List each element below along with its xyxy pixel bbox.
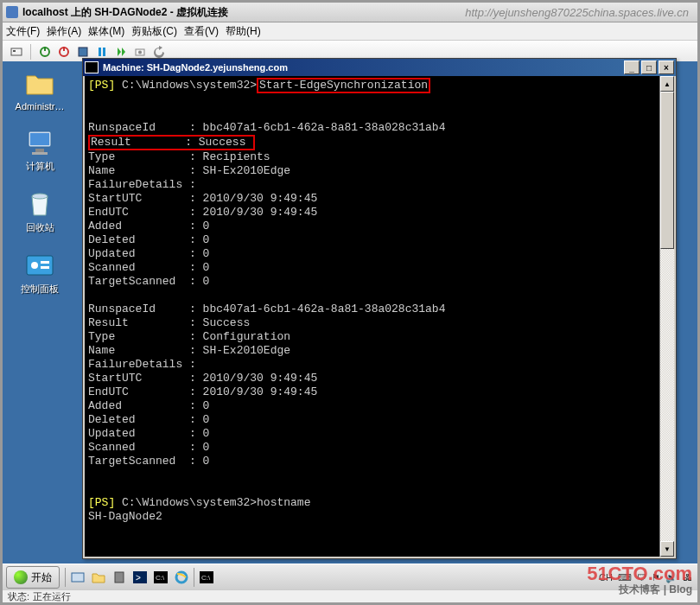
taskbar-separator [194, 568, 194, 587]
svg-rect-14 [30, 133, 49, 145]
maximize-button[interactable]: □ [641, 60, 657, 74]
guest-desktop[interactable]: Administr… 计算机 回收站 控制面板 Machine: SH-DagN… [3, 61, 697, 564]
svg-rect-16 [32, 152, 48, 155]
console-output: [PS] C:\Windows\system32>Start-EdgeSynch… [85, 76, 674, 525]
powershell-window[interactable]: Machine: SH-DagNode2.yejunsheng.com _ □ … [82, 58, 677, 559]
svg-point-12 [138, 51, 142, 54]
menu-file[interactable]: 文件(F) [6, 24, 40, 39]
menu-action[interactable]: 操作(A) [47, 24, 81, 39]
svg-marker-10 [122, 48, 125, 56]
quicklaunch-desktop-icon[interactable] [68, 568, 87, 587]
taskbar-separator [65, 568, 66, 587]
watermark-url: http://yejunsheng870225china.spaces.live… [465, 6, 689, 19]
svg-rect-1 [13, 50, 16, 52]
status-value: 正在运行 [33, 590, 71, 603]
quicklaunch-ie-icon[interactable] [172, 568, 191, 587]
svg-text:C:\: C:\ [201, 574, 211, 582]
console-body[interactable]: [PS] C:\Windows\system32>Start-EdgeSynch… [85, 76, 674, 557]
quicklaunch-powershell-icon[interactable]: > [130, 568, 150, 587]
powershell-title: Machine: SH-DagNode2.yejunsheng.com [103, 62, 624, 73]
vertical-scrollbar[interactable]: ▲ ▼ [659, 76, 674, 557]
quicklaunch-explorer-icon[interactable] [89, 568, 108, 587]
toolbar-shutdown-icon[interactable] [55, 43, 73, 60]
svg-rect-6 [79, 48, 87, 56]
menu-help[interactable]: 帮助(H) [226, 24, 261, 39]
svg-rect-22 [72, 573, 84, 582]
vm-title: localhost 上的 SH-DAGNode2 - 虚拟机连接 [22, 5, 228, 20]
svg-rect-0 [11, 48, 22, 55]
svg-rect-21 [41, 266, 49, 269]
watermark-logo: 51CTO.com 技术博客 | Blog [587, 566, 692, 597]
svg-point-19 [31, 262, 38, 269]
scroll-down-button[interactable]: ▼ [660, 541, 674, 557]
status-label: 状态: [8, 590, 29, 603]
svg-rect-7 [99, 48, 101, 56]
svg-text:C:\: C:\ [156, 574, 165, 582]
svg-text:>: > [136, 573, 141, 583]
desktop-icon-label: 计算机 [26, 160, 54, 173]
powershell-titlebar[interactable]: Machine: SH-DagNode2.yejunsheng.com _ □ … [83, 59, 676, 76]
svg-rect-15 [35, 149, 44, 152]
console-icon [85, 61, 99, 73]
svg-rect-23 [115, 572, 124, 583]
close-button[interactable]: × [659, 60, 674, 74]
quicklaunch-cmd-icon[interactable]: C:\ [151, 568, 170, 587]
minimize-button[interactable]: _ [624, 60, 640, 74]
vm-menubar: 文件(F) 操作(A) 媒体(M) 剪贴板(C) 查看(V) 帮助(H) [3, 22, 697, 41]
menu-clipboard[interactable]: 剪贴板(C) [131, 24, 177, 39]
svg-rect-5 [63, 47, 65, 51]
toolbar-separator [30, 44, 31, 60]
toolbar-start-icon[interactable] [36, 43, 54, 60]
quicklaunch-server-icon[interactable] [110, 568, 129, 587]
start-label: 开始 [31, 570, 52, 585]
scroll-up-button[interactable]: ▲ [660, 76, 674, 92]
menu-media[interactable]: 媒体(M) [88, 24, 124, 39]
taskbar-powershell-running-icon[interactable]: C:\ [197, 568, 216, 587]
desktop-icon-label: 回收站 [26, 221, 54, 234]
start-orb-icon [14, 570, 28, 584]
control-panel-icon[interactable]: 控制面板 [10, 250, 70, 296]
svg-rect-8 [103, 48, 105, 56]
svg-rect-18 [27, 256, 53, 275]
scrollbar-track[interactable] [660, 249, 674, 541]
svg-rect-3 [44, 47, 46, 51]
start-button[interactable]: 开始 [6, 566, 60, 589]
desktop-icon-label: 控制面板 [21, 283, 59, 296]
recycle-bin-icon[interactable]: 回收站 [10, 188, 70, 234]
svg-marker-9 [118, 48, 121, 56]
menu-view[interactable]: 查看(V) [184, 24, 219, 39]
svg-rect-20 [41, 261, 49, 264]
desktop-icon-label: Administr… [16, 101, 65, 111]
scrollbar-thumb[interactable] [660, 92, 674, 249]
svg-point-17 [32, 194, 48, 199]
toolbar-ctrl-alt-del-icon[interactable] [8, 43, 25, 60]
admin-folder-icon[interactable]: Administr… [10, 68, 70, 111]
computer-icon[interactable]: 计算机 [10, 127, 70, 173]
vm-app-icon [6, 6, 18, 18]
